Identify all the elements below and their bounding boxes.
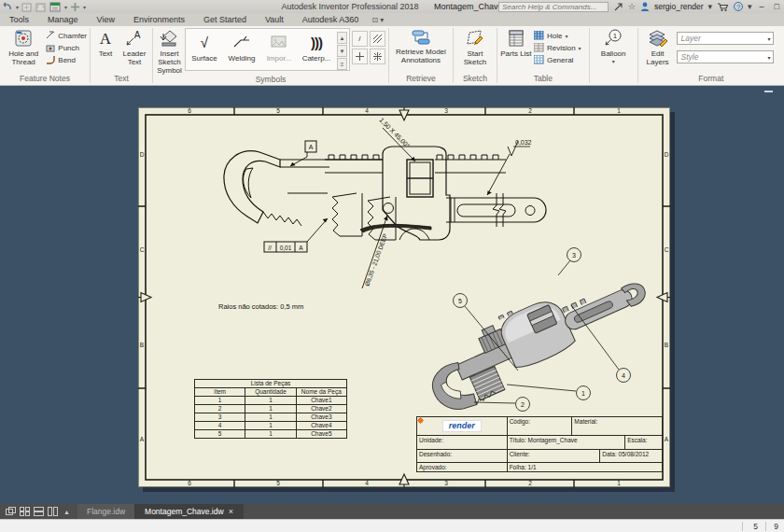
help-icon[interactable]: ? [734, 2, 743, 11]
retrieve-annotations-icon [411, 29, 431, 46]
slash-symbol-button[interactable]: / [352, 31, 368, 47]
favorites-star-icon[interactable]: ☆ [628, 2, 636, 11]
gallery-expand-button[interactable]: ≡ [337, 58, 347, 70]
update-icon[interactable] [21, 2, 33, 12]
radius-note[interactable]: Raios não cotados: 0,5 mm [218, 302, 303, 311]
child-window-minimize-icon[interactable] [764, 91, 773, 92]
new-sheet-icon[interactable] [49, 2, 62, 12]
undo-caret-icon[interactable]: ▾ [16, 4, 19, 10]
drawing-canvas[interactable]: 654321 654321 DCBA DCBA [0, 86, 784, 504]
username[interactable]: sergio_render [654, 2, 703, 11]
title-bar: ▾ ▾ ▾ Autodesk Inventor Professional 201… [0, 0, 784, 13]
text-icon: A [97, 29, 114, 48]
centerline-icon [355, 51, 365, 62]
help-caret-icon[interactable]: ▾ [748, 2, 752, 11]
drawing-sheet[interactable]: 654321 654321 DCBA DCBA [138, 107, 670, 487]
surface-symbol-button[interactable]: √ Surface [188, 30, 221, 63]
tile-vertical-icon[interactable] [48, 507, 58, 516]
panel-text: A Text A Leader Text Text [91, 26, 152, 85]
text-button[interactable]: A Text [93, 28, 118, 58]
insert-sketch-symbol-button[interactable]: Insert Sketch Symbol [156, 28, 183, 75]
leader-text-button[interactable]: A Leader Text [119, 28, 149, 66]
tab-tools[interactable]: Tools [0, 15, 38, 24]
move-icon[interactable] [70, 2, 80, 12]
style-select[interactable]: Style ▾ [677, 50, 774, 63]
chamfer-button[interactable]: Chamfer [46, 31, 87, 40]
ribbon-annotate: Hole and Thread Chamfer Punch Bend Featu… [0, 26, 784, 86]
balloon-3[interactable]: 3 [558, 248, 581, 276]
datum-flag[interactable]: A [290, 141, 316, 166]
cascade-windows-icon[interactable] [6, 507, 16, 516]
chamfer-note[interactable]: 1,50 X 45,00° [378, 117, 415, 161]
sign-in-icon[interactable] [613, 2, 623, 12]
svg-text:6: 6 [188, 480, 191, 486]
svg-text:2: 2 [521, 401, 525, 408]
ribbon-display-icon[interactable]: ⊡ ▾ [371, 16, 384, 24]
svg-text:C: C [665, 246, 669, 253]
retrieve-model-annotations-button[interactable]: Retrieve Model Annotations [392, 28, 450, 64]
user-caret-icon[interactable]: ▾ [707, 2, 712, 11]
tab-montagem-chave[interactable]: Montagem_Chave.idw × [135, 504, 244, 519]
gallery-down-button[interactable]: ▼ [337, 45, 347, 57]
close-tab-icon[interactable]: × [229, 507, 233, 516]
desenhado-cell: Desenhado: [417, 450, 508, 462]
side-view[interactable] [224, 147, 546, 240]
centermark-button[interactable] [370, 49, 385, 64]
centermark-icon [372, 51, 383, 62]
maximize-button[interactable]: □ [772, 2, 782, 11]
svg-text:1: 1 [617, 107, 621, 114]
tab-environments[interactable]: Environments [124, 15, 194, 24]
surface-finish-note[interactable]: 0,032 [487, 139, 532, 195]
start-sketch-button[interactable]: Start Sketch [456, 28, 494, 66]
refresh-icon[interactable] [35, 2, 47, 12]
hole-table-icon [534, 31, 544, 40]
general-table-button[interactable]: General [534, 55, 581, 64]
hole-and-thread-button[interactable]: Hole and Thread [3, 28, 44, 66]
feature-control-frame[interactable]: // 0,01 A [264, 218, 328, 252]
tab-flange[interactable]: Flange.idw [77, 504, 135, 519]
tab-manage[interactable]: Manage [38, 15, 88, 24]
svg-text:5: 5 [276, 107, 280, 114]
qat-customize-icon[interactable]: ▾ [83, 4, 86, 10]
cliente-cell: Cliente: [508, 450, 601, 462]
edit-layers-button[interactable]: Edit Layers [641, 28, 675, 66]
hole-table-button[interactable]: Hole ▾ [534, 31, 581, 40]
tab-view[interactable]: View [88, 15, 124, 24]
svg-text:3: 3 [444, 107, 448, 114]
hatch-symbol-button[interactable] [370, 31, 385, 47]
start-sketch-icon [465, 29, 485, 48]
svg-text:1: 1 [617, 480, 621, 486]
app-store-cart-icon[interactable] [717, 2, 729, 12]
punch-button[interactable]: Punch [46, 43, 87, 52]
bend-button[interactable]: Bend [46, 55, 87, 64]
isometric-view[interactable] [416, 259, 659, 419]
svg-text:2: 2 [528, 480, 532, 486]
centerline-button[interactable] [352, 49, 368, 64]
tab-get-started[interactable]: Get Started [194, 15, 256, 24]
panel-symbols: Insert Sketch Symbol √ Surface Welding I… [153, 26, 388, 85]
svg-text://: // [268, 245, 272, 251]
tab-autodesk-a360[interactable]: Autodesk A360 [293, 15, 369, 24]
layer-select[interactable]: Layer ▾ [677, 32, 774, 45]
title-block[interactable]: render Código: Material: Unidade: Título… [416, 416, 663, 472]
balloon-button[interactable]: 1 Balloon ▾ [593, 28, 634, 66]
unidade-cell: Unidade: [417, 436, 508, 449]
search-input[interactable] [498, 2, 609, 12]
revision-table-button[interactable]: Revision ▾ [534, 43, 581, 52]
parts-list-button[interactable]: Parts List [500, 28, 532, 58]
undo-icon[interactable] [2, 2, 13, 11]
tile-horizontal-icon[interactable] [34, 507, 44, 516]
import-symbol-button[interactable]: Impor... [262, 30, 296, 63]
minimize-button[interactable]: – [757, 2, 767, 11]
table-row: 31Chave3 [195, 413, 347, 422]
tab-vault[interactable]: Vault [256, 15, 293, 24]
user-avatar-icon [640, 2, 650, 12]
new-sheet-caret-icon[interactable]: ▾ [64, 4, 67, 10]
caterpillar-symbol-button[interactable]: ))) Caterp... [300, 30, 333, 63]
gallery-up-button[interactable]: ▲ [337, 32, 347, 44]
tabbar-expand-icon[interactable]: ▲ [62, 509, 72, 515]
welding-symbol-button[interactable]: Welding [225, 30, 259, 63]
tile-windows-icon[interactable] [20, 507, 30, 516]
status-bar: 5 9 [0, 519, 784, 532]
parts-list-table[interactable]: Lista de Peças Item Quantidade Nome da P… [194, 379, 347, 437]
